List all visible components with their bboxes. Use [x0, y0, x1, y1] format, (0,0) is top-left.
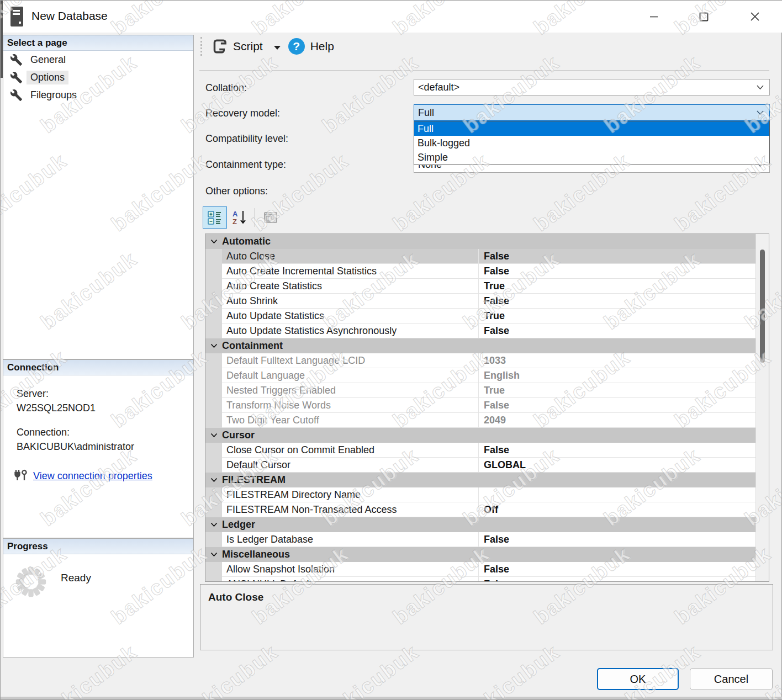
grid-row-indent: [205, 368, 222, 383]
chevron-down-icon: [205, 433, 222, 438]
grid-row-value[interactable]: False: [479, 562, 755, 577]
grid-section-header[interactable]: Containment: [205, 338, 755, 353]
property-grid-body: AutomaticAuto CloseFalseAuto Create Incr…: [205, 234, 755, 581]
grid-row-value[interactable]: [479, 487, 755, 502]
grid-row[interactable]: ANSI NULL DefaultFalse: [205, 577, 755, 581]
script-button[interactable]: Script: [208, 36, 266, 57]
dropdown-option[interactable]: Simple: [414, 150, 769, 165]
grid-row-value[interactable]: False: [479, 249, 755, 264]
containment-type-label: Containment type:: [205, 159, 286, 171]
grid-row[interactable]: Auto Create StatisticsTrue: [205, 279, 755, 294]
help-button[interactable]: ? Help: [285, 36, 337, 57]
grid-row-value[interactable]: True: [479, 309, 755, 324]
grid-row[interactable]: Transform Noise WordsFalse: [205, 398, 755, 413]
maximize-button[interactable]: [691, 4, 716, 29]
grid-section-title: FILESTREAM: [222, 474, 286, 486]
grid-section-header[interactable]: Miscellaneous: [205, 547, 755, 562]
grid-row-value[interactable]: False: [479, 324, 755, 338]
sidebar-item-filegroups[interactable]: Filegroups: [3, 86, 193, 104]
recovery-model-value: Full: [418, 107, 434, 119]
dropdown-option[interactable]: Full: [414, 121, 769, 136]
svg-text:A: A: [233, 210, 238, 218]
grid-row[interactable]: FILESTREAM Non-Transacted AccessOff: [205, 502, 755, 517]
grid-row-indent: [205, 577, 222, 581]
grid-row-value[interactable]: False: [479, 398, 755, 413]
grid-row-value[interactable]: True: [479, 383, 755, 398]
collation-select[interactable]: <default>: [414, 79, 770, 96]
grid-row[interactable]: Auto CloseFalse: [205, 249, 755, 264]
cancel-button[interactable]: Cancel: [690, 668, 773, 690]
grid-row-value[interactable]: English: [479, 368, 755, 383]
grid-row-value[interactable]: GLOBAL: [479, 458, 755, 473]
toolbar-grip[interactable]: [200, 37, 202, 56]
grid-row[interactable]: Close Cursor on Commit EnabledFalse: [205, 443, 755, 458]
grid-row-value[interactable]: 1033: [479, 353, 755, 368]
grid-scrollbar[interactable]: [755, 234, 769, 581]
chevron-down-icon: [756, 110, 764, 115]
grid-row-label: ANSI NULL Default: [222, 577, 479, 581]
grid-row[interactable]: Default CursorGLOBAL: [205, 458, 755, 473]
grid-row[interactable]: Default Fulltext Language LCID1033: [205, 353, 755, 368]
property-description-title: Auto Close: [208, 591, 765, 603]
wrench-icon: [10, 89, 23, 102]
window-title: New Database: [31, 9, 108, 23]
grid-section-header[interactable]: Ledger: [205, 517, 755, 532]
grid-row[interactable]: Auto Update StatisticsTrue: [205, 309, 755, 324]
sidebar-item-general[interactable]: General: [3, 51, 193, 68]
grid-row[interactable]: Allow Snapshot IsolationFalse: [205, 562, 755, 577]
categorized-view-button[interactable]: [203, 206, 227, 229]
minimize-icon: [649, 12, 658, 21]
chevron-down-icon: [205, 343, 222, 348]
grid-row[interactable]: Auto ShrinkFalse: [205, 294, 755, 309]
grid-row-value[interactable]: Off: [479, 502, 755, 517]
grid-row[interactable]: FILESTREAM Directory Name: [205, 487, 755, 502]
alphabetical-sort-button[interactable]: A Z: [227, 206, 251, 229]
property-grid: AutomaticAuto CloseFalseAuto Create Incr…: [205, 234, 769, 582]
select-page-header: Select a page: [3, 35, 193, 51]
select-page-panel: Select a page General Options Filegroups: [3, 35, 194, 359]
minimize-button[interactable]: [641, 4, 667, 29]
grid-row-indent: [205, 562, 222, 577]
grid-row-indent: [205, 443, 222, 458]
grid-row[interactable]: Default LanguageEnglish: [205, 368, 755, 383]
grid-row-value[interactable]: False: [479, 294, 755, 309]
script-dropdown-caret[interactable]: [274, 46, 281, 50]
grid-section-title: Miscellaneous: [222, 549, 290, 560]
categorized-icon: [207, 210, 223, 225]
grid-row[interactable]: Nested Triggers EnabledTrue: [205, 383, 755, 398]
dropdown-option[interactable]: Bulk-logged: [414, 136, 769, 150]
grid-row-indent: [205, 383, 222, 398]
grid-row-indent: [205, 353, 222, 368]
grid-row-value[interactable]: False: [479, 577, 755, 581]
grid-row[interactable]: Auto Create Incremental StatisticsFalse: [205, 264, 755, 279]
grid-section-header[interactable]: Cursor: [205, 428, 755, 443]
grid-row-label: Auto Update Statistics Asynchronously: [222, 324, 479, 338]
connection-value: BAKICUBUK\administrator: [17, 439, 193, 454]
connection-properties-icon: [13, 468, 29, 484]
recovery-model-select[interactable]: Full: [414, 104, 770, 121]
grid-row[interactable]: Is Ledger DatabaseFalse: [205, 532, 755, 547]
grid-row[interactable]: Two Digit Year Cutoff2049: [205, 413, 755, 428]
grid-section-title: Cursor: [222, 429, 255, 441]
grid-row-label: Default Cursor: [222, 458, 479, 473]
new-database-dialog: New Database Select a page General Optio…: [0, 0, 782, 700]
grid-row-value[interactable]: False: [479, 264, 755, 279]
grid-section-header[interactable]: FILESTREAM: [205, 473, 755, 487]
grid-row-indent: [205, 398, 222, 413]
grid-section-header[interactable]: Automatic: [205, 234, 755, 249]
collation-label: Collation:: [205, 82, 247, 94]
grid-row[interactable]: Auto Update Statistics AsynchronouslyFal…: [205, 324, 755, 338]
wrench-icon: [10, 54, 23, 66]
grid-row-value[interactable]: True: [479, 279, 755, 294]
grid-row-value[interactable]: False: [479, 443, 755, 458]
close-button[interactable]: [742, 4, 768, 29]
grid-row-value[interactable]: 2049: [479, 413, 755, 428]
grid-row-indent: [205, 532, 222, 547]
progress-spinner-icon: [14, 565, 47, 598]
grid-scrollbar-thumb[interactable]: [760, 250, 765, 363]
sidebar-item-options[interactable]: Options: [3, 68, 193, 86]
wrench-icon: [10, 71, 23, 84]
view-connection-properties-link[interactable]: View connection properties: [33, 469, 152, 483]
grid-row-value[interactable]: False: [479, 532, 755, 547]
ok-button[interactable]: OK: [597, 668, 679, 690]
